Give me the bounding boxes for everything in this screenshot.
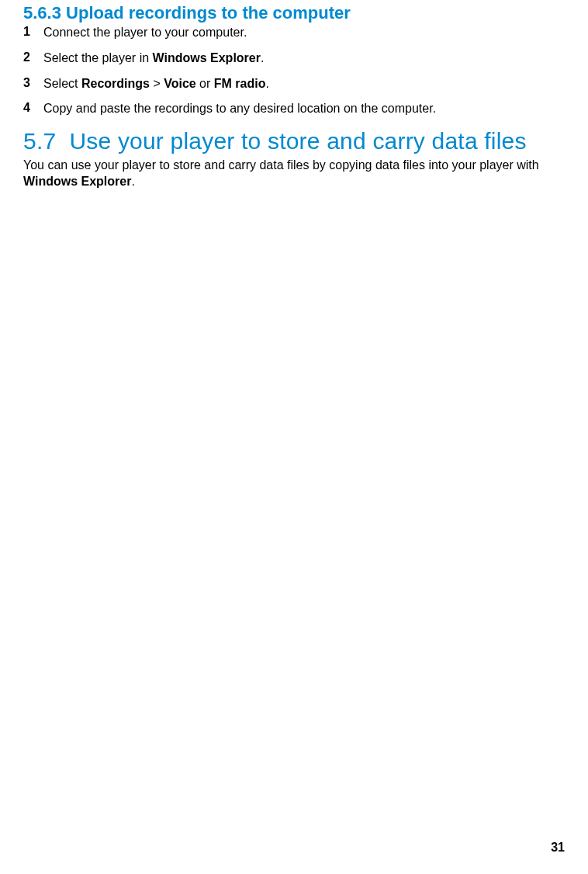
step-item-2: 2 Select the player in Windows Explorer. bbox=[23, 50, 565, 67]
step-list: 1 Connect the player to your computer. 2… bbox=[23, 25, 565, 117]
step-text-segment: Select the player in bbox=[43, 51, 153, 64]
body-text-segment: . bbox=[131, 175, 134, 188]
step-text-segment: Connect the player to your computer. bbox=[43, 26, 247, 39]
step-text: Select Recordings > Voice or FM radio. bbox=[43, 76, 565, 92]
step-text: Copy and paste the recordings to any des… bbox=[43, 101, 565, 117]
heading-563-number: 5.6.3 bbox=[23, 3, 61, 23]
heading-563: 5.6.3 Upload recordings to the computer bbox=[23, 3, 565, 23]
heading-57: 5.7 Use your player to store and carry d… bbox=[23, 128, 565, 154]
step-text-bold: Voice bbox=[164, 77, 196, 90]
step-text-segment: . bbox=[261, 51, 264, 64]
step-text-segment: . bbox=[265, 77, 268, 90]
step-text-segment: Select bbox=[43, 77, 81, 90]
step-text-segment: Copy and paste the recordings to any des… bbox=[43, 102, 436, 115]
step-text-bold: FM radio bbox=[214, 77, 266, 90]
step-item-3: 3 Select Recordings > Voice or FM radio. bbox=[23, 76, 565, 92]
step-text-segment: or bbox=[196, 77, 214, 90]
body-text-bold: Windows Explorer bbox=[23, 175, 131, 188]
step-text-segment: > bbox=[150, 77, 164, 90]
step-text: Select the player in Windows Explorer. bbox=[43, 50, 565, 67]
body-text-segment: You can use your player to store and car… bbox=[23, 158, 539, 172]
step-item-4: 4 Copy and paste the recordings to any d… bbox=[23, 101, 565, 117]
step-text-bold: Windows Explorer bbox=[153, 51, 261, 64]
heading-563-title: Upload recordings to the computer bbox=[66, 3, 351, 23]
step-number: 3 bbox=[23, 76, 43, 92]
step-number: 4 bbox=[23, 101, 43, 117]
heading-57-number: 5.7 bbox=[23, 128, 56, 154]
step-text-bold: Recordings bbox=[81, 77, 150, 90]
page-number: 31 bbox=[551, 841, 565, 855]
step-text: Connect the player to your computer. bbox=[43, 25, 565, 41]
step-number: 2 bbox=[23, 50, 43, 67]
step-number: 1 bbox=[23, 25, 43, 41]
step-item-1: 1 Connect the player to your computer. bbox=[23, 25, 565, 41]
body-text-57: You can use your player to store and car… bbox=[23, 158, 565, 190]
heading-57-title: Use your player to store and carry data … bbox=[69, 128, 526, 154]
